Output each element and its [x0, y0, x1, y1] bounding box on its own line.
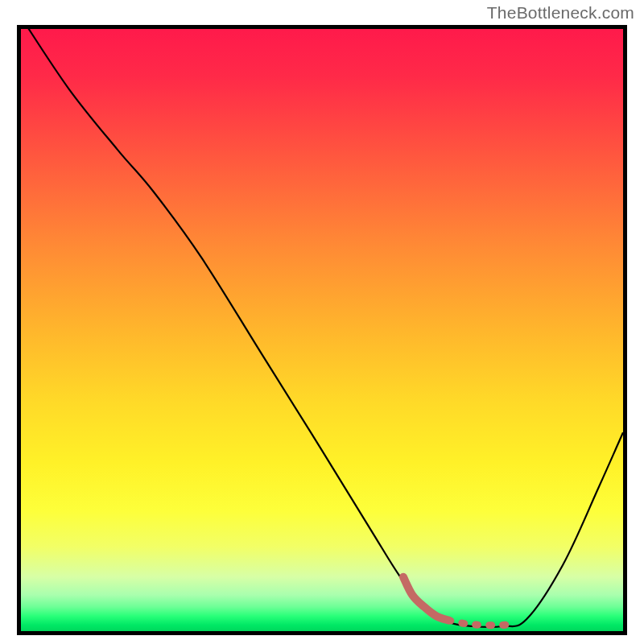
watermark-text: TheBottleneck.com: [487, 3, 634, 23]
chart-svg: [21, 29, 623, 631]
main-curve: [21, 29, 623, 627]
plot-frame: [17, 25, 627, 635]
highlight-segment-solid: [403, 577, 448, 621]
